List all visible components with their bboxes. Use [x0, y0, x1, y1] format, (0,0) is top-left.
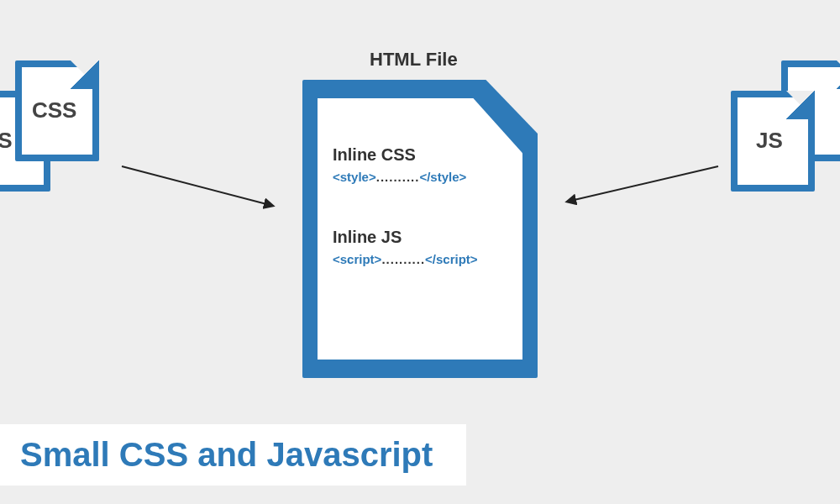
dots: ..........: [376, 170, 420, 184]
dots: ..........: [381, 252, 425, 266]
svg-line-1: [567, 166, 718, 202]
css-file-back-label: SS: [0, 128, 13, 154]
style-open-tag: <style>: [333, 170, 376, 184]
arrow-left-icon: [118, 160, 286, 218]
caption-bar: Small CSS and Javascript: [0, 424, 466, 486]
caption-text: Small CSS and Javascript: [0, 436, 443, 474]
inline-css-code: <style>..........</style>: [333, 170, 509, 184]
svg-line-0: [122, 166, 273, 206]
css-file-front: CSS: [15, 60, 99, 161]
html-file-icon: Inline CSS <style>..........</style> Inl…: [302, 80, 538, 378]
inline-css-heading: Inline CSS: [333, 145, 509, 165]
diagram-stage: SS CSS J JS HTML File Inline CSS <style>…: [0, 0, 840, 504]
js-file-front-label: JS: [756, 128, 783, 154]
js-file-front: JS: [731, 91, 815, 192]
html-file-title: HTML File: [370, 49, 458, 71]
style-close-tag: </style>: [419, 170, 466, 184]
script-close-tag: </script>: [425, 252, 478, 266]
inline-js-heading: Inline JS: [333, 228, 509, 247]
html-file-page: Inline CSS <style>..........</style> Inl…: [318, 98, 522, 360]
inline-js-code: <script>..........</script>: [333, 252, 509, 266]
arrow-right-icon: [554, 160, 722, 218]
css-file-front-label: CSS: [32, 97, 76, 123]
script-open-tag: <script>: [333, 252, 381, 266]
